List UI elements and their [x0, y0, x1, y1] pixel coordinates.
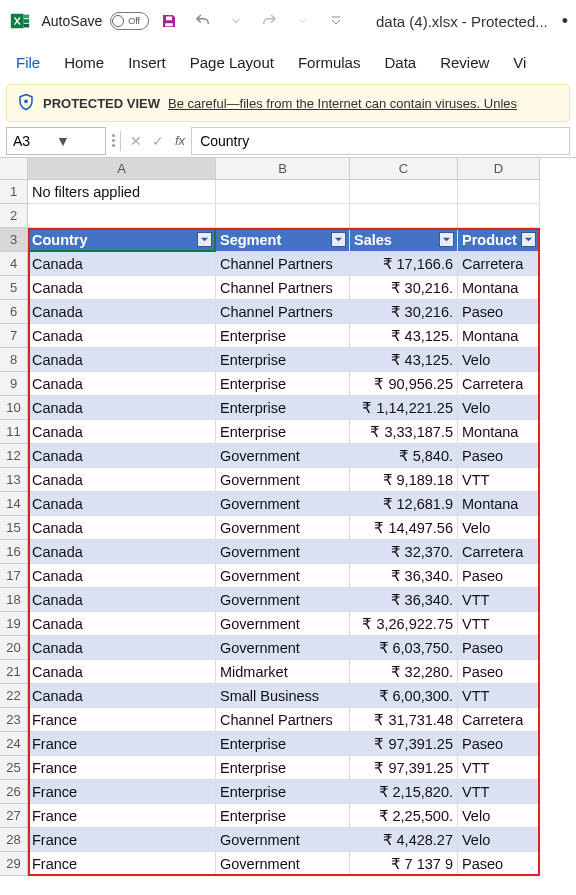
cell-product[interactable]: Montana	[458, 492, 540, 516]
cell-segment[interactable]: Enterprise	[216, 396, 350, 420]
cell-country[interactable]: France	[28, 708, 216, 732]
cell-product[interactable]: Velo	[458, 516, 540, 540]
filter-button[interactable]	[331, 232, 346, 247]
cell-country[interactable]: Canada	[28, 684, 216, 708]
row-header[interactable]: 22	[0, 684, 28, 708]
row-header[interactable]: 16	[0, 540, 28, 564]
cell-sales[interactable]: ₹ 6,00,300.	[350, 684, 458, 708]
cell-product[interactable]: Paseo	[458, 852, 540, 876]
row-header[interactable]: 8	[0, 348, 28, 372]
cell-country[interactable]: Canada	[28, 540, 216, 564]
cell[interactable]	[350, 204, 458, 228]
cell[interactable]: No filters applied	[28, 180, 216, 204]
qat-customize[interactable]	[323, 7, 350, 35]
cell-sales[interactable]: ₹ 4,428.27	[350, 828, 458, 852]
cell[interactable]	[28, 204, 216, 228]
resize-handle[interactable]	[112, 131, 116, 151]
enter-formula-button[interactable]: ✓	[147, 133, 169, 149]
row-header[interactable]: 25	[0, 756, 28, 780]
cell-product[interactable]: Carretera	[458, 540, 540, 564]
cell-country[interactable]: Canada	[28, 276, 216, 300]
cell-country[interactable]: France	[28, 804, 216, 828]
cell-product[interactable]: Paseo	[458, 444, 540, 468]
cell-segment[interactable]: Government	[216, 588, 350, 612]
cell-country[interactable]: France	[28, 732, 216, 756]
row-header[interactable]: 1	[0, 180, 28, 204]
autosave-toggle[interactable]: Off	[110, 12, 149, 30]
row-header[interactable]: 5	[0, 276, 28, 300]
row-header[interactable]: 3	[0, 228, 28, 252]
row-header[interactable]: 14	[0, 492, 28, 516]
col-header-C[interactable]: C	[350, 158, 458, 180]
cell-country[interactable]: Canada	[28, 372, 216, 396]
cell-country[interactable]: France	[28, 852, 216, 876]
row-header[interactable]: 24	[0, 732, 28, 756]
cell-product[interactable]: VTT	[458, 468, 540, 492]
cell-country[interactable]: Canada	[28, 324, 216, 348]
cell-sales[interactable]: ₹ 31,731.48	[350, 708, 458, 732]
cancel-formula-button[interactable]: ✕	[125, 133, 147, 149]
save-button[interactable]	[155, 7, 182, 35]
row-header[interactable]: 2	[0, 204, 28, 228]
cell-country[interactable]: Canada	[28, 636, 216, 660]
fx-icon[interactable]: fx	[175, 133, 185, 148]
cell-country[interactable]: Canada	[28, 252, 216, 276]
cell-sales[interactable]: ₹ 14,497.56	[350, 516, 458, 540]
tab-data[interactable]: Data	[384, 54, 416, 71]
cell-product[interactable]: Paseo	[458, 660, 540, 684]
cell-segment[interactable]: Enterprise	[216, 804, 350, 828]
tab-page-layout[interactable]: Page Layout	[190, 54, 274, 71]
cell-country[interactable]: Canada	[28, 444, 216, 468]
cell-country[interactable]: France	[28, 780, 216, 804]
cell-product[interactable]: Paseo	[458, 564, 540, 588]
tab-view[interactable]: Vi	[513, 54, 526, 71]
cell-product[interactable]: VTT	[458, 588, 540, 612]
cell-sales[interactable]: ₹ 32,280.	[350, 660, 458, 684]
cell-product[interactable]: Velo	[458, 804, 540, 828]
cell-country[interactable]: Canada	[28, 516, 216, 540]
row-header[interactable]: 23	[0, 708, 28, 732]
row-header[interactable]: 11	[0, 420, 28, 444]
cell-sales[interactable]: ₹ 97,391.25	[350, 732, 458, 756]
row-header[interactable]: 20	[0, 636, 28, 660]
header-country[interactable]: Country	[28, 228, 216, 252]
cell-segment[interactable]: Government	[216, 612, 350, 636]
cell-sales[interactable]: ₹ 3,26,922.75	[350, 612, 458, 636]
cell-sales[interactable]: ₹ 12,681.9	[350, 492, 458, 516]
cell-segment[interactable]: Government	[216, 564, 350, 588]
cell[interactable]	[458, 180, 540, 204]
row-header[interactable]: 4	[0, 252, 28, 276]
cell-sales[interactable]: ₹ 6,03,750.	[350, 636, 458, 660]
cell-segment[interactable]: Enterprise	[216, 780, 350, 804]
cell-product[interactable]: VTT	[458, 612, 540, 636]
formula-bar[interactable]: Country	[191, 127, 570, 155]
cell-segment[interactable]: Midmarket	[216, 660, 350, 684]
cell-sales[interactable]: ₹ 36,340.	[350, 564, 458, 588]
row-header[interactable]: 21	[0, 660, 28, 684]
cell-product[interactable]: Velo	[458, 828, 540, 852]
cell-product[interactable]: Carretera	[458, 372, 540, 396]
row-header[interactable]: 6	[0, 300, 28, 324]
header-segment[interactable]: Segment	[216, 228, 350, 252]
cell-product[interactable]: Montana	[458, 276, 540, 300]
cell-segment[interactable]: Channel Partners	[216, 300, 350, 324]
col-header-D[interactable]: D	[458, 158, 540, 180]
cell-segment[interactable]: Channel Partners	[216, 708, 350, 732]
cell[interactable]	[216, 180, 350, 204]
cell-product[interactable]: Paseo	[458, 636, 540, 660]
cell-country[interactable]: Canada	[28, 468, 216, 492]
cell-product[interactable]: VTT	[458, 684, 540, 708]
row-header[interactable]: 15	[0, 516, 28, 540]
protected-view-message[interactable]: Be careful—files from the Internet can c…	[168, 96, 517, 111]
row-header[interactable]: 17	[0, 564, 28, 588]
undo-button[interactable]	[189, 7, 216, 35]
cell-sales[interactable]: ₹ 90,956.25	[350, 372, 458, 396]
tab-insert[interactable]: Insert	[128, 54, 166, 71]
row-header[interactable]: 27	[0, 804, 28, 828]
tab-formulas[interactable]: Formulas	[298, 54, 361, 71]
cell-product[interactable]: Paseo	[458, 300, 540, 324]
cell-sales[interactable]: ₹ 3,33,187.5	[350, 420, 458, 444]
cell-sales[interactable]: ₹ 1,14,221.25	[350, 396, 458, 420]
cell-country[interactable]: Canada	[28, 300, 216, 324]
row-header[interactable]: 12	[0, 444, 28, 468]
